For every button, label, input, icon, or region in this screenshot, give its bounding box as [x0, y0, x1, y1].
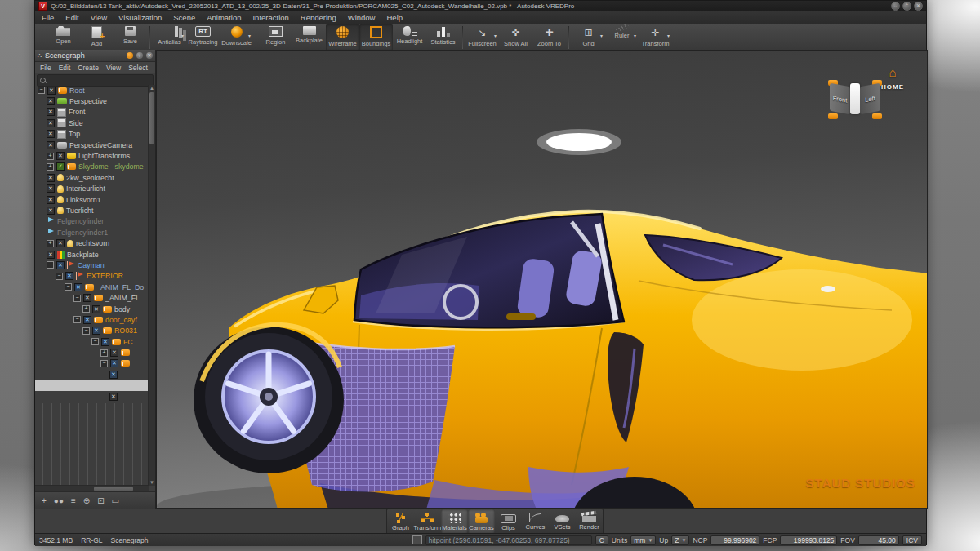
cube-face-left[interactable]: Left [860, 83, 880, 114]
tree-item-linksvorn1[interactable]: Linksvorn1 [35, 194, 149, 205]
dropdown-arrow-icon[interactable]: ▾ [634, 33, 636, 38]
visibility-checkbox[interactable] [56, 261, 65, 269]
list-icon[interactable]: ≡ [71, 496, 76, 505]
clear-button[interactable]: C [595, 535, 608, 545]
tree-item-node[interactable]: − [35, 358, 149, 369]
expander-plus-icon[interactable]: + [47, 153, 54, 160]
visibility-checkbox[interactable] [92, 327, 100, 335]
expander-plus-icon[interactable]: + [47, 240, 54, 247]
tree-item--anim-fl[interactable]: −_ANIM_FL [35, 292, 149, 303]
visibility-checkbox[interactable] [101, 338, 109, 346]
expander-minus-icon[interactable]: − [100, 360, 108, 367]
tree-item-tuerlicht[interactable]: Tuerlicht [35, 205, 149, 216]
units-select[interactable]: mm▼ [630, 535, 656, 545]
tree-item-door-cayf[interactable]: −door_cayf [35, 314, 149, 325]
visibility-checkbox[interactable] [109, 371, 118, 379]
tree-vertical-scrollbar[interactable]: ▲ ▼ [148, 85, 155, 486]
scenegraph-menu-create[interactable]: Create [78, 64, 99, 72]
tree-item-felgencylinder[interactable]: Felgencylinder [35, 216, 149, 227]
toolbar-statistics[interactable]: Statistics [426, 24, 460, 51]
expander-minus-icon[interactable]: − [74, 295, 81, 302]
visibility-checkbox[interactable] [47, 174, 55, 182]
toolbar-backplate[interactable]: Backplate [292, 24, 326, 51]
module-clips[interactable]: Clips [495, 509, 522, 534]
module-graph[interactable]: Graph [387, 509, 414, 534]
menu-help[interactable]: Help [386, 13, 403, 22]
render-viewport[interactable]: ⌂ HOME Front Left STAUD STUDIOS [156, 50, 928, 509]
snap-icon[interactable] [412, 535, 422, 544]
tree-item-node[interactable] [35, 369, 149, 380]
hitpoint-field[interactable]: hitpoint (2596.81591, -847.60253, 697.87… [425, 535, 592, 545]
scroll-up-icon[interactable]: ▲ [149, 85, 155, 91]
tree-item-root[interactable]: −Root [35, 85, 149, 96]
toolbar-boundings[interactable]: Boundings [359, 24, 393, 51]
tree-item-felgencylinder1[interactable]: Felgencylinder1 [35, 227, 149, 238]
visibility-checkbox[interactable] [47, 87, 56, 95]
tree-item-perspectivecamera[interactable]: PerspectiveCamera [35, 140, 149, 150]
visibility-checkbox[interactable] [74, 283, 82, 291]
add-node-icon[interactable]: + [42, 496, 47, 505]
toolbar-show-all[interactable]: ✜Show All [499, 24, 532, 51]
tree-item-rechtsvorn[interactable]: +rechtsvorn [35, 238, 149, 248]
visibility-checkbox[interactable] [92, 305, 100, 313]
cube-face-front[interactable]: Front [830, 83, 850, 114]
visibility-checkbox[interactable] [109, 393, 118, 401]
visibility-checkbox[interactable] [47, 184, 55, 193]
visibility-checkbox[interactable] [47, 196, 55, 204]
up-axis-select[interactable]: Z▼ [671, 535, 689, 545]
visibility-checkbox[interactable] [47, 251, 55, 259]
scenegraph-menu-file[interactable]: File [40, 64, 51, 72]
visibility-checkbox[interactable] [83, 294, 91, 302]
tree-item-interieurlicht[interactable]: Interieurlicht [35, 184, 149, 194]
module-curves[interactable]: Curves [522, 509, 549, 534]
visibility-checkbox[interactable] [56, 152, 65, 160]
tree-item-backplate[interactable]: Backplate [35, 249, 149, 260]
toolbar-antialias[interactable]: ▾Antialias [153, 24, 186, 51]
scenegraph-menu-edit[interactable]: Edit [59, 64, 71, 72]
expander-plus-icon[interactable]: + [47, 163, 54, 171]
cube-edge[interactable] [850, 83, 860, 114]
toolbar-fullscreen[interactable]: ↘▾Fullscreen [466, 24, 499, 51]
select-box-icon[interactable]: ⊡ [97, 496, 104, 505]
cube-corner-icon[interactable] [828, 113, 838, 119]
home-control[interactable]: ⌂ HOME [881, 67, 904, 92]
visibility-checkbox[interactable] [47, 141, 55, 149]
visibility-checkbox[interactable] [47, 130, 55, 138]
module-cameras[interactable]: Cameras [468, 509, 495, 534]
visibility-checkbox[interactable] [83, 316, 91, 324]
expander-minus-icon[interactable]: − [91, 338, 99, 345]
expander-minus-icon[interactable]: − [47, 261, 54, 269]
visibility-checkbox[interactable] [47, 97, 55, 105]
toolbar-region[interactable]: Region [259, 24, 292, 51]
tree-item-node[interactable] [35, 380, 149, 391]
dropdown-arrow-icon[interactable]: ▾ [600, 33, 603, 38]
tree-item-body-[interactable]: +body_ [35, 304, 149, 314]
ncp-field[interactable]: 99.996902 [710, 535, 760, 545]
scenegraph-menu-view[interactable]: View [106, 64, 121, 72]
toolbar-headlight[interactable]: Headlight [393, 24, 426, 51]
toolbar-grid[interactable]: ⊞▾Grid [572, 24, 605, 51]
tree-item-node[interactable] [35, 391, 149, 402]
tree-item-node[interactable]: + [35, 347, 149, 358]
module-materials[interactable]: Materials [441, 509, 468, 534]
panel-undock-button[interactable]: + [136, 52, 143, 59]
toolbar-open[interactable]: Open [47, 24, 80, 51]
visibility-checkbox[interactable] [65, 272, 74, 280]
fcp-field[interactable]: 199993.8125 [780, 535, 837, 545]
module-vsets[interactable]: VSets [549, 509, 576, 534]
link-nodes-icon[interactable]: ●● [54, 496, 64, 505]
fov-field[interactable]: 45.00 [858, 535, 899, 545]
expander-minus-icon[interactable]: − [56, 273, 63, 280]
dropdown-arrow-icon[interactable]: ▾ [667, 33, 670, 38]
visibility-checkbox[interactable] [47, 119, 55, 127]
menu-visualization[interactable]: Visualization [118, 13, 162, 22]
view-cube[interactable]: Front Left [828, 78, 882, 121]
menu-window[interactable]: Window [348, 13, 376, 22]
visibility-checkbox[interactable] [56, 239, 65, 247]
toolbar-wireframe[interactable]: Wireframe [326, 24, 359, 51]
scrollbar-thumb[interactable] [149, 92, 154, 144]
tree-item-fc[interactable]: −FC [35, 336, 149, 347]
tree-item-front[interactable]: Front [35, 107, 149, 118]
tree-item-2kw-senkrecht[interactable]: 2kw_senkrecht [35, 172, 149, 183]
menu-rendering[interactable]: Rendering [301, 13, 336, 22]
